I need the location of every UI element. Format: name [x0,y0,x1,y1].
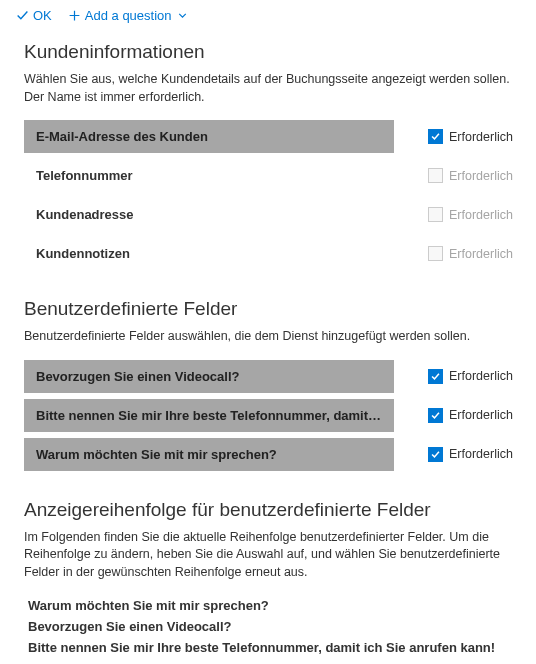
ok-button[interactable]: OK [16,8,52,23]
required-checkbox [428,207,443,222]
required-checkbox[interactable] [428,447,443,462]
required-toggle: Erforderlich [428,408,513,423]
custom-fields-section: Benutzerdefinierte Felder Benutzerdefini… [24,298,512,471]
required-checkbox [428,168,443,183]
section-title: Anzeigereihenfolge für benutzerdefiniert… [24,499,512,521]
required-toggle: Erforderlich [428,246,513,261]
field-row: Bitte nennen Sie mir Ihre beste Telefonn… [24,399,512,432]
customer-info-section: Kundeninformationen Wählen Sie aus, welc… [24,41,512,270]
required-label: Erforderlich [449,130,513,144]
field-label: Kundennotizen [24,237,394,270]
required-label: Erforderlich [449,447,513,461]
ok-label: OK [33,8,52,23]
required-label: Erforderlich [449,208,513,222]
field-label[interactable]: Bevorzugen Sie einen Videocall? [24,360,394,393]
required-label: Erforderlich [449,369,513,383]
plus-icon [68,9,81,22]
required-checkbox[interactable] [428,408,443,423]
required-toggle: Erforderlich [428,447,513,462]
required-toggle: Erforderlich [428,129,513,144]
field-row: KundennotizenErforderlich [24,237,512,270]
field-label[interactable]: Warum möchten Sie mit mir sprechen? [24,438,394,471]
field-label[interactable]: E-Mail-Adresse des Kunden [24,120,394,153]
required-toggle: Erforderlich [428,168,513,183]
toolbar: OK Add a question [0,0,536,31]
field-row: E-Mail-Adresse des KundenErforderlich [24,120,512,153]
add-question-label: Add a question [85,8,172,23]
section-desc: Im Folgenden finden Sie die aktuelle Rei… [24,529,512,582]
section-desc: Benutzerdefinierte Felder auswählen, die… [24,328,512,346]
field-label: Kundenadresse [24,198,394,231]
section-title: Kundeninformationen [24,41,512,63]
required-toggle: Erforderlich [428,207,513,222]
order-item[interactable]: Bitte nennen Sie mir Ihre beste Telefonn… [24,637,512,658]
chevron-down-icon [176,9,189,22]
display-order-section: Anzeigereihenfolge für benutzerdefiniert… [24,499,512,659]
field-row: Bevorzugen Sie einen Videocall?Erforderl… [24,360,512,393]
section-title: Benutzerdefinierte Felder [24,298,512,320]
field-label[interactable]: Bitte nennen Sie mir Ihre beste Telefonn… [24,399,394,432]
add-question-button[interactable]: Add a question [68,8,189,23]
required-label: Erforderlich [449,408,513,422]
order-item[interactable]: Warum möchten Sie mit mir sprechen? [24,595,512,616]
required-toggle: Erforderlich [428,369,513,384]
required-label: Erforderlich [449,169,513,183]
required-checkbox[interactable] [428,369,443,384]
check-icon [16,9,29,22]
field-row: TelefonnummerErforderlich [24,159,512,192]
field-label: Telefonnummer [24,159,394,192]
order-item[interactable]: Bevorzugen Sie einen Videocall? [24,616,512,637]
required-label: Erforderlich [449,247,513,261]
required-checkbox [428,246,443,261]
field-row: KundenadresseErforderlich [24,198,512,231]
required-checkbox[interactable] [428,129,443,144]
section-desc: Wählen Sie aus, welche Kundendetails auf… [24,71,512,106]
field-row: Warum möchten Sie mit mir sprechen?Erfor… [24,438,512,471]
